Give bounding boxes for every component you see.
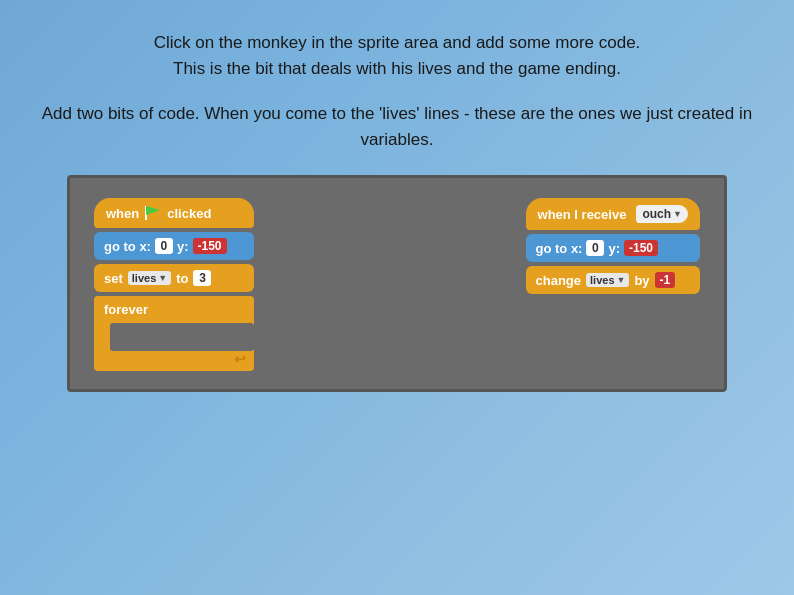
page-container: Click on the monkey in the sprite area a… xyxy=(0,0,794,595)
change-block: change lives ▼ by -1 xyxy=(526,266,700,294)
goto-y-label-left: y: xyxy=(177,239,189,254)
instruction-line1: Click on the monkey in the sprite area a… xyxy=(154,33,641,52)
right-block-group: when I receive ouch ▼ go to x: 0 y: -150… xyxy=(526,198,700,296)
set-to-label: to xyxy=(176,271,188,286)
set-var-label: lives xyxy=(132,272,156,284)
goto-label-left: go to x: xyxy=(104,239,151,254)
when-clicked-hat-block: when clicked xyxy=(94,198,254,228)
ouch-badge[interactable]: ouch ▼ xyxy=(636,205,688,223)
goto-block-right: go to x: 0 y: -150 xyxy=(526,234,700,262)
set-val: 3 xyxy=(193,270,211,286)
forever-label: forever xyxy=(104,302,148,317)
goto-label-right: go to x: xyxy=(536,241,583,256)
instruction-text-2: Add two bits of code. When you come to t… xyxy=(40,101,754,154)
set-block: set lives ▼ to 3 xyxy=(94,264,254,292)
change-dropdown-arrow: ▼ xyxy=(617,275,626,285)
svg-marker-1 xyxy=(146,206,160,215)
scratch-area: when clicked go to x: 0 y: -150 set live xyxy=(67,175,727,392)
set-var-dropdown[interactable]: lives ▼ xyxy=(128,271,171,285)
left-block-group: when clicked go to x: 0 y: -150 set live xyxy=(94,198,254,371)
instruction-line2: This is the bit that deals with his live… xyxy=(173,59,621,78)
forever-block: forever xyxy=(94,296,254,371)
instruction-text-1: Click on the monkey in the sprite area a… xyxy=(154,30,641,83)
goto-y-val-right: -150 xyxy=(624,240,658,256)
green-flag-icon xyxy=(144,205,162,221)
goto-x-left: 0 xyxy=(155,238,173,254)
goto-block-left: go to x: 0 y: -150 xyxy=(94,232,254,260)
change-var-dropdown[interactable]: lives ▼ xyxy=(586,273,629,287)
clicked-label: clicked xyxy=(167,206,211,221)
change-val: -1 xyxy=(655,272,676,288)
change-by-label: by xyxy=(634,273,649,288)
forever-label-container: forever xyxy=(94,296,254,323)
forever-slot xyxy=(110,323,254,351)
change-label: change xyxy=(536,273,582,288)
ouch-dropdown-arrow: ▼ xyxy=(673,209,682,219)
ouch-label: ouch xyxy=(642,207,671,221)
set-label: set xyxy=(104,271,123,286)
when-receive-hat-block: when I receive ouch ▼ xyxy=(526,198,700,230)
dropdown-arrow: ▼ xyxy=(158,273,167,283)
when-label: when xyxy=(106,206,139,221)
goto-x-right: 0 xyxy=(586,240,604,256)
change-var-label: lives xyxy=(590,274,614,286)
goto-y-label-right: y: xyxy=(608,241,620,256)
forever-bottom xyxy=(94,351,254,371)
goto-y-val-left: -150 xyxy=(193,238,227,254)
receive-label: when I receive xyxy=(538,207,627,222)
